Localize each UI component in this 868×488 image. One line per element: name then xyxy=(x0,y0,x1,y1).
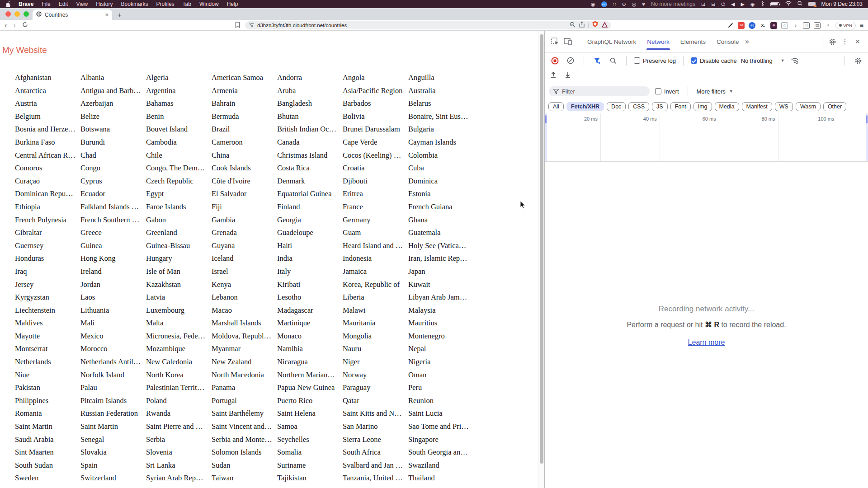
volume-icon[interactable]: ◀ xyxy=(731,2,735,7)
keystrokes-icon[interactable]: ∷ xyxy=(613,2,616,7)
timeline-left-handle[interactable] xyxy=(545,113,547,161)
zoom-app-icon[interactable]: zm xyxy=(601,1,607,7)
bookmark-icon[interactable] xyxy=(235,22,240,30)
chip-media[interactable]: Media xyxy=(715,102,739,111)
page-scrollbar[interactable] xyxy=(538,31,544,488)
chip-doc[interactable]: Doc xyxy=(607,102,626,111)
tab-close-icon[interactable]: × xyxy=(105,12,108,18)
menu-profiles[interactable]: Profiles xyxy=(156,1,175,7)
meeting-status-text[interactable]: No more meetings xyxy=(651,1,695,7)
devtools-tab-network[interactable]: Network xyxy=(642,31,675,52)
page-scrollbar-thumb[interactable] xyxy=(540,34,543,464)
more-tabs-icon[interactable]: » xyxy=(745,38,749,45)
url-text[interactable]: d3hzn3tyfnt3th.cloudfront.net/countries xyxy=(257,23,566,28)
network-conditions-icon[interactable] xyxy=(789,55,801,66)
clear-network-log-icon[interactable] xyxy=(565,55,576,66)
chip-fetch-xhr[interactable]: Fetch/XHR xyxy=(566,102,604,111)
close-window-button[interactable] xyxy=(5,11,11,17)
music-extension-icon[interactable]: ♪ xyxy=(792,22,799,29)
bluetooth-icon[interactable] xyxy=(761,1,764,8)
chip-manifest[interactable]: Manifest xyxy=(742,102,772,111)
x-extension-icon[interactable]: X. xyxy=(760,22,766,29)
search-network-icon[interactable] xyxy=(607,55,619,66)
devtools-close-icon[interactable]: × xyxy=(852,36,863,47)
minimize-window-button[interactable] xyxy=(14,11,20,17)
screen-record-icon[interactable]: ◉ xyxy=(591,2,595,7)
leo-extension-icon[interactable]: ✧ xyxy=(825,22,831,29)
pen-extension-icon[interactable] xyxy=(727,22,734,29)
brave-shield-icon[interactable] xyxy=(592,21,598,29)
filter-input[interactable]: Filter xyxy=(549,86,650,96)
new-tab-button[interactable]: + xyxy=(118,11,122,19)
browser-menu-button[interactable]: ≡ xyxy=(860,22,863,29)
zoom-page-icon[interactable] xyxy=(570,21,576,29)
chip-ws[interactable]: WS xyxy=(775,102,793,111)
battery-icon[interactable] xyxy=(770,2,779,6)
zoom-window-button[interactable] xyxy=(24,11,29,17)
chip-wasm[interactable]: Wasm xyxy=(796,102,821,111)
account-icon[interactable]: ◉ xyxy=(750,2,755,7)
card-extension-icon[interactable]: ▤ xyxy=(814,22,821,29)
chip-img[interactable]: Img xyxy=(693,102,712,111)
tab-countries[interactable]: Countries × xyxy=(33,9,112,20)
power-icon[interactable]: ⏻ xyxy=(721,2,725,7)
import-har-icon[interactable] xyxy=(550,71,557,80)
wifi-icon[interactable] xyxy=(785,1,792,7)
mail-extension-icon[interactable]: ✉ xyxy=(738,22,745,29)
devtools-tab-graphql-network[interactable]: GraphQL Network xyxy=(582,31,641,52)
chip-all[interactable]: All xyxy=(548,102,564,111)
dark-extension-icon[interactable]: ❖ xyxy=(770,22,777,29)
time-tracker-icon[interactable]: ⊙ xyxy=(622,2,626,7)
menu-window[interactable]: Window xyxy=(199,1,219,7)
export-har-icon[interactable] xyxy=(565,71,571,80)
call-app-icon[interactable]: ◎ xyxy=(632,2,637,7)
devtools-kebab-menu-icon[interactable]: ⋮ xyxy=(839,36,851,47)
chip-font[interactable]: Font xyxy=(670,102,691,111)
spotlight-search-icon[interactable] xyxy=(797,1,802,7)
outline-extension-icon[interactable]: ◇ xyxy=(781,22,788,29)
menu-help[interactable]: Help xyxy=(227,1,238,7)
timeline-right-handle[interactable] xyxy=(866,113,868,161)
vpn-button[interactable]: VPN xyxy=(835,22,856,29)
network-settings-gear-icon[interactable] xyxy=(852,55,864,66)
atom-extension-icon[interactable]: ◎ xyxy=(749,22,755,29)
window-layout-icon[interactable]: ⊟ xyxy=(711,2,715,7)
filter-toggle-icon[interactable] xyxy=(591,55,603,66)
menu-tab[interactable]: Tab xyxy=(183,1,191,7)
share-icon[interactable] xyxy=(579,21,585,29)
preserve-log-checkbox[interactable]: Preserve log xyxy=(634,57,676,64)
invert-filter-checkbox[interactable]: Invert xyxy=(655,88,679,95)
reload-button[interactable] xyxy=(22,21,28,29)
heart-icon[interactable]: ♥ xyxy=(642,2,645,7)
disable-cache-checkbox[interactable]: Disable cache xyxy=(691,57,737,64)
menu-file[interactable]: File xyxy=(42,1,50,7)
chip-other[interactable]: Other xyxy=(823,102,846,111)
media-play-icon[interactable]: ▶ xyxy=(741,2,745,7)
record-network-log-icon[interactable] xyxy=(549,55,561,66)
devtools-tab-console[interactable]: Console xyxy=(712,31,744,52)
site-permissions-icon[interactable] xyxy=(249,21,254,29)
chip-css[interactable]: CSS xyxy=(628,102,649,111)
menu-bookmarks[interactable]: Bookmarks xyxy=(121,1,148,7)
network-overview-timeline[interactable]: 20 ms 40 ms 60 ms 80 ms 100 ms xyxy=(545,113,868,162)
reader-extension-icon[interactable]: ▯ xyxy=(803,22,810,29)
inspect-element-icon[interactable] xyxy=(549,36,561,47)
devtools-tab-elements[interactable]: Elements xyxy=(675,31,711,52)
device-toolbar-icon[interactable] xyxy=(562,36,574,47)
apple-menu-icon[interactable] xyxy=(5,1,10,7)
devtools-settings-gear-icon[interactable] xyxy=(826,36,838,47)
learn-more-link[interactable]: Learn more xyxy=(688,338,725,347)
profile-switcher-icon[interactable] xyxy=(808,2,816,6)
back-button[interactable]: ‹ xyxy=(5,22,7,29)
brave-rewards-icon[interactable] xyxy=(602,21,608,29)
chip-js[interactable]: JS xyxy=(652,102,668,111)
more-filters-dropdown[interactable]: More filters▼ xyxy=(697,88,733,95)
menu-edit[interactable]: Edit xyxy=(59,1,68,7)
menu-history[interactable]: History xyxy=(96,1,113,7)
paste-app-icon[interactable]: ⊡ xyxy=(701,2,705,7)
forward-button[interactable]: › xyxy=(13,22,15,29)
url-bar[interactable]: d3hzn3tyfnt3th.cloudfront.net/countries xyxy=(245,21,611,29)
menu-view[interactable]: View xyxy=(76,1,88,7)
throttling-dropdown[interactable]: No throttling▼ xyxy=(741,57,785,64)
menu-brave[interactable]: Brave xyxy=(19,1,33,7)
